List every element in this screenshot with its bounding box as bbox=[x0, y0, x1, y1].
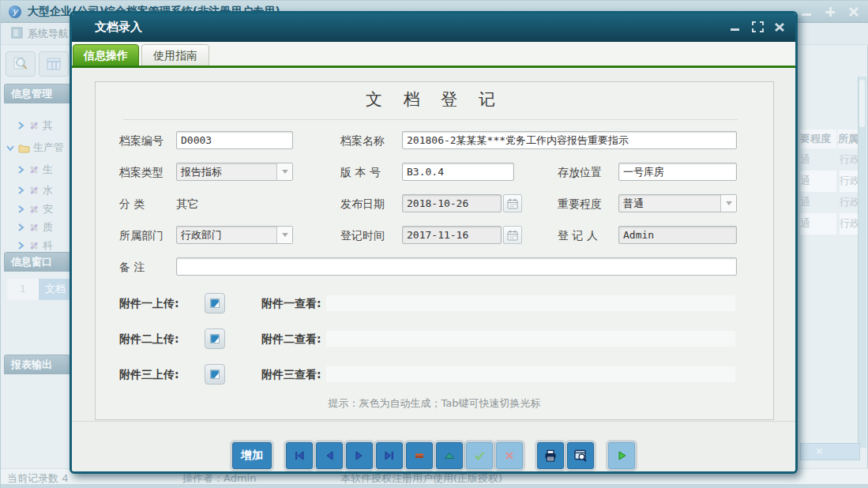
footer-divider bbox=[72, 421, 795, 422]
last-record-button[interactable] bbox=[376, 442, 403, 469]
preview-button[interactable] bbox=[567, 442, 594, 469]
cancel-button[interactable] bbox=[496, 442, 523, 469]
system-nav-label[interactable]: 系统导航 bbox=[28, 27, 69, 41]
tree-item-label: 其 bbox=[43, 118, 53, 133]
last-record-icon bbox=[383, 449, 396, 462]
tool-icon bbox=[28, 120, 39, 131]
first-record-button[interactable] bbox=[286, 442, 313, 469]
grid-tool-button[interactable] bbox=[39, 51, 69, 77]
attachment1-upload-button[interactable] bbox=[205, 293, 225, 313]
publish-date-label: 发布日期 bbox=[340, 194, 385, 213]
tree-item[interactable]: 水 bbox=[17, 182, 53, 198]
dialog-minimize-icon[interactable] bbox=[729, 21, 742, 32]
importance-value: 普通 bbox=[619, 195, 720, 212]
archive-no-label: 档案编号 bbox=[119, 131, 163, 150]
window-minimize-icon[interactable] bbox=[799, 6, 814, 18]
window-maximize-icon[interactable] bbox=[823, 6, 837, 18]
attachment2-view-area bbox=[326, 331, 735, 347]
attachment3-upload-button[interactable] bbox=[205, 364, 225, 385]
register-time-input[interactable] bbox=[402, 226, 502, 244]
tree-item[interactable]: 生 bbox=[17, 162, 53, 178]
tree-item[interactable]: 安 bbox=[17, 201, 53, 217]
attachment2-upload-button[interactable] bbox=[205, 328, 225, 349]
attachment1-upload-label: 附件一上传: bbox=[119, 293, 179, 313]
table-cell: 通 bbox=[800, 171, 836, 192]
attachment2-view-label: 附件二查看: bbox=[261, 328, 321, 349]
attachment-upload-icon bbox=[209, 297, 221, 310]
tree-item[interactable]: 质 bbox=[17, 220, 53, 235]
play-icon bbox=[615, 449, 628, 462]
table-header-importance: 要程度 bbox=[800, 130, 836, 148]
tool-icon bbox=[28, 185, 39, 196]
previous-record-button[interactable] bbox=[316, 442, 343, 469]
publish-date-input[interactable] bbox=[402, 194, 502, 212]
tree-item[interactable]: 生产管 bbox=[6, 140, 64, 156]
calendar-icon bbox=[506, 229, 519, 242]
dropdown-arrow-icon bbox=[276, 163, 292, 180]
delete-minus-icon bbox=[413, 449, 426, 462]
registrant-input[interactable] bbox=[618, 226, 737, 244]
bottom-frame bbox=[1, 484, 868, 488]
sidebar-section-report-output[interactable]: 报表输出 bbox=[4, 355, 70, 374]
chevron-right-icon bbox=[17, 165, 25, 175]
table-cell: 通 bbox=[800, 192, 836, 213]
add-button[interactable]: 增加 bbox=[232, 442, 272, 469]
delete-record-button[interactable] bbox=[406, 442, 433, 469]
notification-bar[interactable]: ✕ bbox=[800, 443, 860, 460]
dialog-content: 文 档 登 记 档案编号 档案名称 档案类型 报告指标 版 本 号 存放位置 bbox=[72, 68, 795, 471]
cross-icon bbox=[503, 449, 516, 462]
archive-type-value: 报告指标 bbox=[177, 163, 276, 180]
attachment1-view-label: 附件一查看: bbox=[261, 293, 321, 313]
chevron-right-icon bbox=[17, 241, 25, 250]
tree-item[interactable]: 科 bbox=[17, 238, 53, 253]
attachment-upload-icon bbox=[209, 332, 221, 345]
tool-icon bbox=[28, 222, 39, 233]
title-divider bbox=[123, 119, 738, 120]
remark-input[interactable] bbox=[176, 257, 737, 276]
attachment3-upload-label: 附件三上传: bbox=[119, 364, 179, 385]
version-label: 版 本 号 bbox=[340, 163, 381, 182]
next-record-button[interactable] bbox=[346, 442, 373, 469]
confirm-button[interactable] bbox=[466, 442, 493, 469]
tool-icon bbox=[28, 204, 39, 215]
register-time-calendar-button[interactable] bbox=[503, 226, 522, 244]
dialog-title: 文档录入 bbox=[95, 20, 142, 35]
tree-item-label: 安 bbox=[43, 202, 53, 216]
category-value: 其它 bbox=[176, 194, 198, 213]
tab-user-guide[interactable]: 使用指南 bbox=[141, 44, 209, 66]
open-window-item[interactable]: 文档 bbox=[39, 279, 72, 300]
run-button[interactable] bbox=[608, 442, 635, 469]
check-icon bbox=[473, 449, 486, 462]
print-button[interactable] bbox=[537, 442, 564, 469]
archive-name-input[interactable] bbox=[402, 131, 737, 149]
chevron-right-icon bbox=[17, 223, 25, 232]
sidebar-section-info-management[interactable]: 信息管理 bbox=[4, 84, 70, 103]
importance-select[interactable]: 普通 bbox=[618, 194, 737, 212]
tab-info-operation[interactable]: 信息操作 bbox=[73, 44, 139, 66]
version-input[interactable] bbox=[402, 163, 514, 181]
publish-date-calendar-button[interactable] bbox=[503, 194, 522, 212]
dialog-maximize-icon[interactable] bbox=[751, 21, 764, 32]
archive-type-select[interactable]: 报告指标 bbox=[176, 163, 293, 181]
archive-no-input[interactable] bbox=[176, 131, 293, 149]
move-up-button[interactable] bbox=[436, 442, 463, 469]
department-value: 行政部门 bbox=[177, 227, 276, 243]
dialog-close-icon[interactable] bbox=[773, 21, 786, 32]
location-input[interactable] bbox=[618, 163, 737, 181]
first-record-icon bbox=[293, 449, 306, 462]
sidebar-section-info-window[interactable]: 信息窗口 bbox=[4, 252, 70, 272]
scrollbar-thumb[interactable] bbox=[859, 80, 865, 127]
document-register-panel: 文 档 登 记 档案编号 档案名称 档案类型 报告指标 版 本 号 存放位置 bbox=[95, 81, 774, 420]
window-close-icon[interactable] bbox=[847, 6, 861, 18]
dialog-tabstrip: 信息操作 使用指南 bbox=[72, 42, 795, 66]
app-logo-icon: y bbox=[9, 6, 21, 18]
tree-item[interactable]: 其 bbox=[17, 118, 53, 133]
remark-label: 备 注 bbox=[119, 257, 145, 276]
registrant-label: 登 记 人 bbox=[558, 226, 598, 245]
vertical-scrollbar[interactable] bbox=[858, 77, 866, 448]
search-tool-button[interactable] bbox=[6, 51, 36, 77]
printer-icon bbox=[543, 449, 558, 463]
dropdown-arrow-icon bbox=[276, 227, 292, 243]
department-select[interactable]: 行政部门 bbox=[176, 226, 293, 244]
department-label: 所属部门 bbox=[119, 226, 163, 245]
